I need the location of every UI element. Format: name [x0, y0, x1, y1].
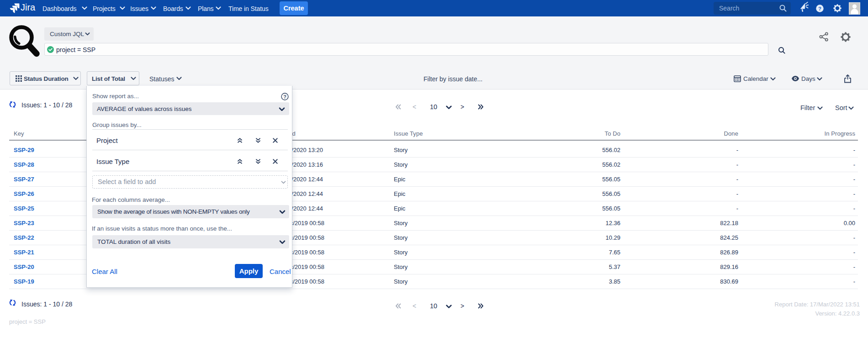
- svg-text:?: ?: [818, 6, 821, 11]
- svg-text:?: ?: [283, 94, 286, 100]
